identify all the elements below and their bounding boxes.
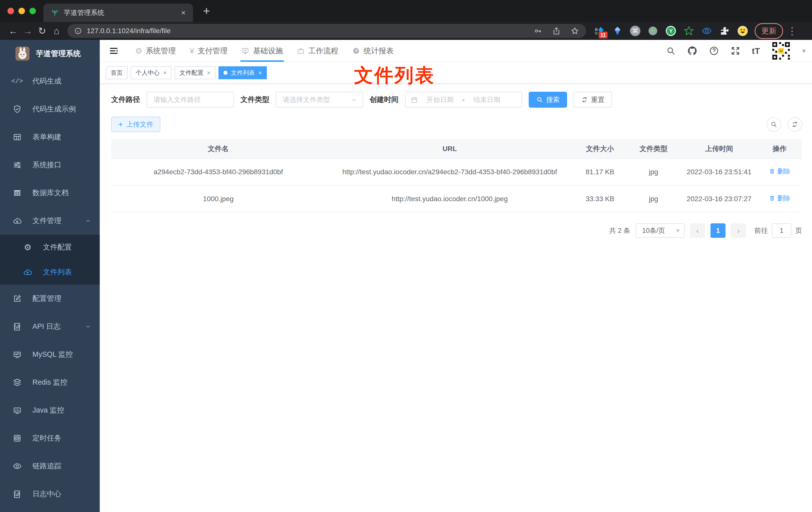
sidebar-item-form-builder[interactable]: 表单构建 [0, 123, 100, 151]
nav-item-infrastructure[interactable]: 基础设施 [234, 40, 290, 62]
extension-gem-icon[interactable] [612, 25, 623, 36]
eye-icon [11, 461, 23, 471]
sidebar-item-code-example[interactable]: 代码生成示例 [0, 95, 100, 123]
file-path-input[interactable] [147, 92, 234, 108]
reset-button[interactable]: 重置 [574, 92, 612, 108]
end-date-input[interactable] [468, 96, 505, 104]
user-avatar-qr[interactable] [771, 41, 791, 61]
start-date-input[interactable] [422, 96, 459, 104]
goto-page-input[interactable] [772, 223, 791, 238]
close-icon[interactable]: × [207, 69, 210, 76]
filter-form: 文件路径 文件类型 请选择文件类型 创建时间 - [111, 92, 802, 108]
sidebar-item-config-management[interactable]: 配置管理 [0, 285, 100, 312]
reload-button[interactable]: ↻ [35, 24, 49, 38]
browser-toolbar: ← → ↻ ⌂ 127.0.0.1:1024/infra/file/file [0, 22, 812, 40]
date-range-picker[interactable]: - [405, 92, 522, 108]
site-info-icon[interactable] [74, 27, 82, 35]
minimize-window-button[interactable] [19, 8, 25, 14]
help-icon[interactable] [709, 46, 719, 56]
sidebar-item-file-config[interactable]: ⚙ 文件配置 [0, 235, 100, 260]
delete-link[interactable]: 删除 [769, 166, 790, 176]
github-icon[interactable] [687, 46, 698, 56]
sidebar-item-java-monitor[interactable]: Java 监控 [0, 396, 100, 424]
nav-item-system[interactable]: ⚙ 系统管理 [128, 40, 183, 62]
sidebar-item-redis-monitor[interactable]: Redis 监控 [0, 368, 100, 396]
browser-chrome: 芋道管理系统 × + ← → ↻ ⌂ 127.0.0.1:1024/infra/… [0, 0, 812, 40]
header-actions: tT ▾ [666, 41, 806, 61]
search-button[interactable]: 搜索 [529, 92, 567, 108]
page-size-select[interactable]: 10条/页 ▾ [636, 223, 685, 238]
address-bar[interactable]: 127.0.0.1:1024/infra/file/file [67, 24, 586, 38]
nav-item-payment[interactable]: ¥ 支付管理 [183, 40, 235, 62]
extension-gray-dot-icon[interactable] [647, 25, 658, 36]
show-search-toggle-button[interactable] [766, 117, 781, 131]
extension-diamond-icon[interactable]: 11 [594, 25, 605, 36]
extension-eye-icon[interactable] [701, 25, 712, 36]
avatar-caret-icon[interactable]: ▾ [802, 47, 806, 55]
search-icon[interactable] [666, 46, 675, 56]
briefcase-icon [297, 47, 305, 55]
browser-update-button[interactable]: 更新 [755, 23, 783, 39]
bookmark-star-icon[interactable] [571, 27, 579, 35]
extension-y-icon[interactable]: Y [665, 25, 676, 36]
next-page-button[interactable]: › [731, 223, 746, 238]
extension-badge: 11 [599, 32, 608, 38]
goto-label: 前往 [754, 226, 768, 235]
browser-menu-icon[interactable]: ⋮ [787, 25, 797, 37]
browser-tab[interactable]: 芋道管理系统 × [44, 3, 193, 22]
refresh-table-button[interactable] [788, 117, 802, 131]
sidebar-collapse-icon[interactable] [106, 43, 121, 58]
date-separator: - [462, 96, 465, 104]
sidebar-item-code-generation[interactable]: </> 代码生成 [0, 67, 100, 95]
url-text: 127.0.0.1:1024/infra/file/file [87, 27, 171, 35]
close-icon[interactable]: × [163, 69, 167, 76]
zoom-window-button[interactable] [29, 8, 36, 14]
upload-file-button[interactable]: + 上传文件 [111, 117, 161, 132]
delete-link[interactable]: 删除 [769, 193, 790, 203]
nav-item-reports[interactable]: 统计报表 [345, 40, 401, 62]
sidebar-item-db-doc[interactable]: 数据库文档 [0, 179, 100, 207]
extension-emoji-icon[interactable] [737, 25, 748, 36]
sidebar-item-scheduled-tasks[interactable]: 定时任务 [0, 424, 100, 452]
tag-home[interactable]: 首页 [106, 66, 128, 79]
file-type-select[interactable]: 请选择文件类型 [276, 92, 363, 108]
sidebar-item-tracing[interactable]: 链路追踪 [0, 452, 100, 480]
tag-file-list[interactable]: 文件列表 × [219, 66, 267, 79]
nav-item-workflow[interactable]: 工作流程 [290, 40, 345, 62]
password-key-icon[interactable] [534, 27, 542, 35]
monitor-check-icon [241, 47, 250, 55]
cloud-download-icon [11, 216, 23, 225]
sidebar-item-api-log[interactable]: API 日志 [0, 312, 100, 340]
prev-page-button[interactable]: ‹ [690, 223, 705, 238]
col-file-size: 文件大小 [574, 139, 626, 158]
window-controls[interactable] [0, 8, 44, 14]
cell-upload-time: 2022-03-16 23:51:41 [681, 158, 757, 185]
extension-star-icon[interactable] [683, 25, 694, 36]
sidebar-item-file-list[interactable]: 文件列表 [0, 260, 100, 285]
close-icon[interactable]: × [258, 69, 262, 76]
extension-puzzle-icon[interactable] [719, 25, 730, 36]
fullscreen-icon[interactable] [730, 46, 741, 56]
file-path-label: 文件路径 [111, 95, 140, 105]
cell-file-type: jpg [626, 158, 681, 185]
back-button[interactable]: ← [6, 24, 21, 38]
sidebar-item-file-management[interactable]: 文件管理 [0, 207, 100, 235]
share-icon[interactable] [552, 27, 561, 35]
tag-profile[interactable]: 个人中心 × [131, 66, 172, 79]
close-window-button[interactable] [7, 8, 14, 14]
new-tab-button[interactable]: + [203, 5, 210, 17]
home-button[interactable]: ⌂ [49, 24, 64, 38]
sidebar-item-mysql-monitor[interactable]: MySQL 监控 [0, 340, 100, 368]
tab-close-icon[interactable]: × [181, 8, 185, 17]
current-page-button[interactable]: 1 [710, 223, 725, 238]
font-size-icon[interactable]: tT [752, 46, 760, 56]
plus-icon: + [118, 120, 123, 128]
forward-button[interactable]: → [21, 24, 35, 38]
sidebar: 芋道管理系统 </> 代码生成 代码生成示例 表单构建 [0, 40, 100, 512]
sidebar-item-log-center[interactable]: 日志中心 [0, 480, 100, 508]
total-count: 共 2 条 [609, 226, 630, 235]
tag-file-config[interactable]: 文件配置 × [175, 66, 215, 79]
extension-command-icon[interactable]: ⌘ [630, 26, 640, 36]
app-logo-rabbit [16, 47, 29, 61]
sidebar-item-system-api[interactable]: 系统接口 [0, 151, 100, 179]
